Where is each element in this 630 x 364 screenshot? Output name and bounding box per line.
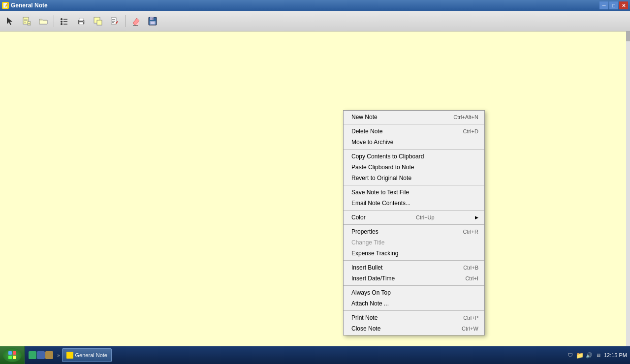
context-menu: New NoteCtrl+Alt+NDelete NoteCtrl+DMove …: [343, 110, 485, 335]
taskbar-app-icon: [66, 352, 73, 359]
menu-separator: [344, 260, 484, 261]
menu-item-label: Print Note: [351, 314, 378, 321]
menu-item-shortcut: Ctrl+I: [465, 275, 478, 281]
arrow-tool-button[interactable]: [2, 13, 18, 29]
menu-item-label: Properties: [351, 228, 378, 235]
menu-separator: [344, 210, 484, 211]
menu-item: Change Title: [344, 237, 484, 248]
bullet-list-icon: [60, 16, 69, 26]
menu-separator: [344, 285, 484, 286]
resize-button[interactable]: [90, 13, 106, 29]
eraser-button[interactable]: [128, 13, 144, 29]
menu-item[interactable]: ColorCtrl+Up: [344, 212, 484, 223]
menu-item-shortcut: Ctrl+R: [463, 229, 478, 235]
taskbar-icon-group: [27, 350, 55, 360]
start-button[interactable]: [0, 346, 25, 364]
toolbar-sep-2: [125, 15, 126, 27]
open-icon: [38, 16, 48, 26]
taskbar: » General Note 🛡 📁 🔊 🖥 12:15 PM: [0, 346, 630, 364]
menu-item-shortcut: Ctrl+P: [463, 315, 478, 321]
start-orb: [3, 348, 22, 362]
windows-logo-icon: [7, 350, 17, 360]
close-button[interactable]: ✕: [619, 1, 628, 9]
menu-separator: [344, 310, 484, 311]
taskbar-items: » General Note: [25, 348, 564, 362]
resize-icon: [93, 16, 103, 26]
menu-item[interactable]: Move to Archive: [344, 137, 484, 148]
menu-item-label: Save Note to Text File: [351, 189, 409, 196]
menu-item[interactable]: Insert Date/TimeCtrl+I: [344, 273, 484, 284]
taskbar-arrow: »: [56, 353, 61, 358]
svg-rect-30: [13, 351, 16, 355]
menu-item[interactable]: Attach Note ...: [344, 298, 484, 309]
menu-item-label: Close Note: [351, 325, 380, 332]
menu-item[interactable]: Print NoteCtrl+P: [344, 312, 484, 323]
menu-item-shortcut: Ctrl+B: [463, 265, 478, 271]
media-icon[interactable]: [45, 351, 53, 359]
scrollbar-thumb[interactable]: [626, 31, 630, 41]
svg-rect-32: [13, 356, 16, 359]
minimize-button[interactable]: ─: [599, 1, 608, 9]
window-controls: ─ □ ✕: [599, 1, 628, 9]
menu-item[interactable]: PropertiesCtrl+R: [344, 226, 484, 237]
new-note-icon: [22, 16, 32, 26]
menu-separator: [344, 124, 484, 124]
menu-item[interactable]: Insert BulletCtrl+B: [344, 262, 484, 273]
svg-rect-26: [153, 18, 154, 20]
taskbar-app-button[interactable]: General Note: [62, 348, 112, 362]
explorer-icon[interactable]: [37, 351, 45, 359]
menu-item-label: Copy Contents to Clipboard: [351, 153, 424, 160]
menu-separator: [344, 185, 484, 185]
svg-rect-15: [79, 18, 83, 21]
menu-item[interactable]: Paste Clipboard to Note: [344, 162, 484, 173]
menu-item[interactable]: Close NoteCtrl+W: [344, 323, 484, 334]
title-bar-left: 📝 General Note: [2, 2, 48, 9]
new-note-button[interactable]: [19, 13, 34, 29]
tray-shield-icon[interactable]: 🛡: [567, 351, 574, 359]
menu-item[interactable]: Revert to Original Note: [344, 173, 484, 183]
menu-item[interactable]: Always On Top: [344, 287, 484, 298]
menu-separator: [344, 224, 484, 225]
menu-item-label: Delete Note: [351, 128, 382, 135]
app-icon: 📝: [2, 2, 9, 9]
scrollbar[interactable]: [626, 31, 630, 364]
menu-item-label: Expense Tracking: [351, 250, 398, 257]
tray-network-icon[interactable]: 🖥: [595, 351, 602, 359]
eraser-icon: [131, 16, 141, 26]
menu-item[interactable]: Copy Contents to Clipboard: [344, 151, 484, 162]
menu-item[interactable]: Expense Tracking: [344, 248, 484, 259]
tray-folder-icon[interactable]: 📁: [576, 351, 584, 359]
menu-item[interactable]: Save Note to Text File: [344, 187, 484, 198]
maximize-button[interactable]: □: [609, 1, 618, 9]
tray-speaker-icon[interactable]: 🔊: [585, 351, 593, 359]
menu-item-label: Paste Clipboard to Note: [351, 164, 414, 171]
bullet-list-button[interactable]: [57, 13, 72, 29]
menu-separator: [344, 149, 484, 150]
menu-item-label: Insert Date/Time: [351, 275, 395, 282]
ie-icon[interactable]: [29, 351, 36, 359]
open-button[interactable]: [35, 13, 51, 29]
menu-item-label: Move to Archive: [351, 139, 393, 146]
menu-item[interactable]: Delete NoteCtrl+D: [344, 126, 484, 137]
title-bar: 📝 General Note ─ □ ✕: [0, 0, 630, 11]
taskbar-time: 12:15 PM: [604, 352, 627, 358]
menu-item-label: Attach Note ...: [351, 300, 389, 307]
save-button[interactable]: [145, 13, 160, 29]
menu-item-label: Insert Bullet: [351, 264, 382, 271]
svg-rect-14: [79, 22, 83, 25]
note-area[interactable]: [0, 31, 626, 364]
toolbar: [0, 11, 630, 31]
menu-item[interactable]: New NoteCtrl+Alt+N: [344, 112, 484, 122]
print-button[interactable]: [73, 13, 89, 29]
window-title: General Note: [11, 2, 48, 9]
print-icon: [76, 16, 86, 26]
menu-item-shortcut: Ctrl+Up: [416, 214, 435, 220]
taskbar-tray: 🛡 📁 🔊 🖥 12:15 PM: [564, 346, 630, 364]
menu-item-label: New Note: [351, 114, 378, 121]
svg-rect-28: [151, 22, 155, 24]
menu-item-label: Revert to Original Note: [351, 175, 411, 182]
edit-button[interactable]: [107, 13, 123, 29]
svg-rect-31: [8, 356, 12, 359]
menu-item[interactable]: Email Note Contents...: [344, 198, 484, 209]
edit-icon: [110, 16, 120, 26]
